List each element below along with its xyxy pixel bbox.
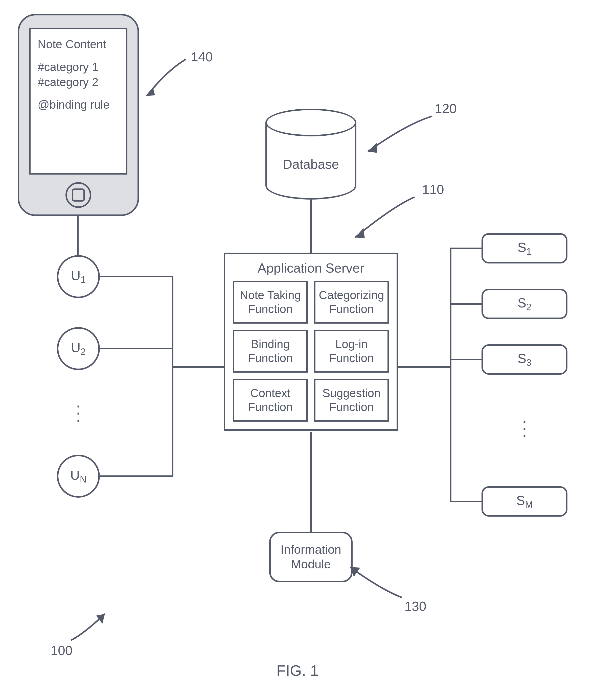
sm-letter: S <box>516 493 525 508</box>
phone-home-button <box>65 182 91 208</box>
service-s3: S3 <box>482 344 567 375</box>
binding-rule-label: @binding rule <box>38 97 119 113</box>
s1-letter: S <box>518 240 527 255</box>
diagram-canvas: Note Content #category 1 #category 2 @bi… <box>0 0 595 700</box>
u1-sub: 1 <box>81 275 86 285</box>
user-u2: U2 <box>57 327 100 370</box>
callout-arrow-120 <box>362 114 437 159</box>
category-2-label: #category 2 <box>38 75 119 90</box>
ref-110: 110 <box>422 182 444 197</box>
service-sm: SM <box>482 486 567 517</box>
suggestion-function: Suggestion Function <box>314 379 389 422</box>
s3-sub: 3 <box>526 358 531 368</box>
un-letter: U <box>70 468 80 483</box>
ref-130: 130 <box>404 599 426 614</box>
ref-100: 100 <box>51 643 73 658</box>
callout-arrow-130 <box>344 562 407 603</box>
callout-arrow-140 <box>140 57 191 108</box>
note-content-label: Note Content <box>38 37 119 52</box>
callout-arrow-110 <box>349 194 420 245</box>
services-ellipsis: ··· <box>519 417 530 438</box>
application-server: Application Server Note Taking Function … <box>224 253 398 431</box>
service-s1: S1 <box>482 233 567 264</box>
s2-sub: 2 <box>526 302 531 312</box>
ref-120: 120 <box>435 101 457 116</box>
server-title: Application Server <box>233 261 389 276</box>
user-u1: U1 <box>57 255 100 298</box>
sm-sub: M <box>525 499 533 510</box>
phone-screen: Note Content #category 1 #category 2 @bi… <box>29 28 128 175</box>
category-1-label: #category 1 <box>38 60 119 75</box>
binding-function: Binding Function <box>233 330 308 373</box>
phone-device: Note Content #category 1 #category 2 @bi… <box>18 14 139 216</box>
s1-sub: 1 <box>526 246 531 257</box>
u1-letter: U <box>71 268 81 283</box>
service-s2: S2 <box>482 289 567 319</box>
un-sub: N <box>80 474 86 485</box>
database-cylinder <box>265 109 357 200</box>
ref-140: 140 <box>191 49 213 64</box>
u2-sub: 2 <box>81 346 86 357</box>
phone-home-button-icon <box>72 188 85 202</box>
s3-letter: S <box>518 351 527 366</box>
user-un: UN <box>57 455 100 498</box>
s2-letter: S <box>518 296 527 310</box>
information-module: Information Module <box>269 532 352 582</box>
context-function: Context Function <box>233 379 308 422</box>
log-in-function: Log-in Function <box>314 330 389 373</box>
database-label: Database <box>265 157 357 172</box>
u2-letter: U <box>71 340 81 355</box>
categorizing-function: Categorizing Function <box>314 281 389 324</box>
figure-label: FIG. 1 <box>0 662 595 679</box>
callout-arrow-100 <box>68 610 109 643</box>
info-module-label: Information Module <box>271 542 351 571</box>
users-ellipsis: ··· <box>73 402 83 423</box>
note-taking-function: Note Taking Function <box>233 281 308 324</box>
